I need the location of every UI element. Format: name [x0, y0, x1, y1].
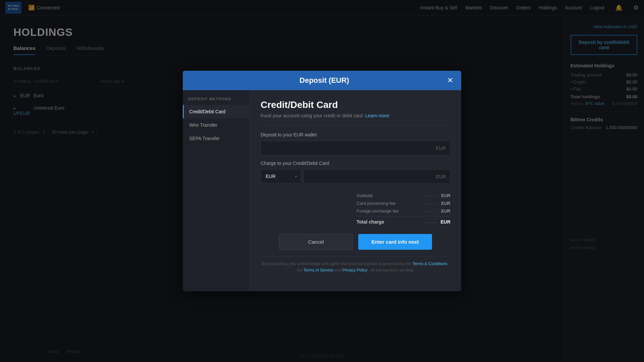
modal-close-button[interactable]: ✕ [447, 77, 453, 84]
deposit-amount-input[interactable] [261, 141, 450, 155]
subtotal-value: -------- EUR [423, 193, 450, 198]
exchange-fee-row: Foreign exchange fee -------- EUR [357, 207, 450, 215]
action-buttons: Cancel Enter card info next [261, 234, 450, 250]
modal-title: Deposit (EUR) [202, 76, 447, 85]
modal-content: Credit/Debit Card Fund your account usin… [250, 90, 461, 291]
currency-select-wrap: EUR USD GBP [261, 169, 301, 184]
processing-fee-row: Card processing fee -------- EUR [357, 199, 450, 207]
card-title: Credit/Debit Card [261, 100, 450, 110]
modal-body: DEPOSIT METHODS Credit/Debit Card Wire T… [183, 90, 461, 291]
terms-conditions-link[interactable]: Terms & Conditions [413, 261, 447, 266]
charge-row: EUR USD GBP EUR [261, 169, 450, 184]
method-wire-transfer[interactable]: Wire Transfer [183, 118, 250, 132]
method-credit-debit[interactable]: Credit/Debit Card [183, 105, 250, 118]
learn-more-link[interactable]: Learn more [365, 113, 389, 118]
charge-input-wrap: EUR [304, 169, 450, 184]
deposit-methods-label: DEPOSIT METHODS [183, 97, 250, 105]
total-charge-value: ------- EUR [424, 219, 450, 225]
deposit-currency-badge: EUR [436, 145, 446, 151]
card-subtitle-text: Fund your account using your credit or d… [261, 113, 364, 118]
terms-service-link[interactable]: Terms of Service [303, 268, 333, 273]
section-divider [261, 125, 450, 125]
currency-select[interactable]: EUR USD GBP [261, 169, 301, 183]
deposit-amount-wrapper: EUR [261, 141, 450, 155]
subtotal-row: Subtotal -------- EUR [357, 192, 450, 199]
legal-divider [261, 256, 450, 257]
deposit-wallet-label: Deposit to your EUR wallet [261, 132, 450, 137]
cancel-button[interactable]: Cancel [279, 234, 353, 250]
privacy-policy-link[interactable]: Privacy Policy [342, 268, 368, 273]
processing-fee-label: Card processing fee [357, 201, 395, 206]
legal-text-4: . All transactions are final. [369, 268, 415, 273]
charge-amount-input[interactable] [304, 169, 450, 184]
charge-currency-badge: EUR [436, 174, 446, 179]
modal-header: Deposit (EUR) ✕ [183, 71, 461, 90]
processing-fee-value: -------- EUR [423, 201, 450, 206]
legal-text: By proceeding, you acknowledge and agree… [261, 261, 450, 274]
exchange-fee-label: Foreign exchange fee [357, 208, 399, 214]
deposit-modal: Deposit (EUR) ✕ DEPOSIT METHODS Credit/D… [183, 71, 461, 291]
deposit-methods-sidebar: DEPOSIT METHODS Credit/Debit Card Wire T… [183, 90, 250, 291]
fee-table: Subtotal -------- EUR Card processing fe… [357, 192, 450, 226]
enter-card-button[interactable]: Enter card info next [358, 234, 432, 250]
charge-label: Charge to your Credit/Debit Card [261, 161, 450, 166]
legal-text-3: and [334, 268, 342, 273]
method-sepa-transfer[interactable]: SEPA Transfer [183, 132, 250, 145]
subtotal-label: Subtotal [357, 193, 373, 198]
exchange-fee-value: -------- EUR [423, 208, 450, 214]
legal-text-1: By proceeding, you acknowledge and agree… [262, 261, 413, 266]
card-subtitle: Fund your account using your credit or d… [261, 113, 450, 118]
total-charge-row: Total charge ------- EUR [357, 216, 450, 226]
modal-overlay: Deposit (EUR) ✕ DEPOSIT METHODS Credit/D… [0, 0, 644, 362]
total-charge-label: Total charge [357, 219, 384, 225]
